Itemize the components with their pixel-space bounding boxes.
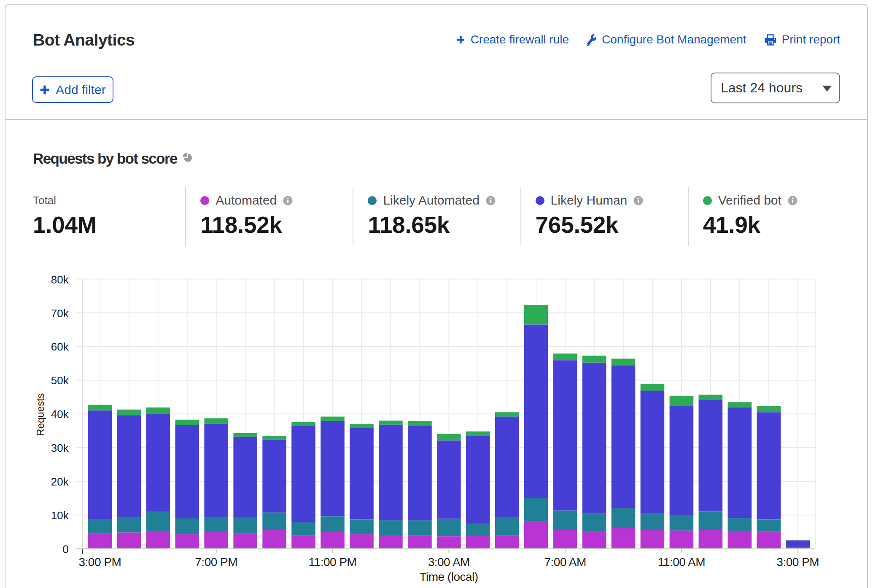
svg-text:80k: 80k <box>51 273 69 286</box>
svg-text:20k: 20k <box>51 475 69 488</box>
svg-text:0: 0 <box>62 543 68 556</box>
svg-text:Time (local): Time (local) <box>419 570 478 583</box>
svg-text:Requests: Requests <box>35 393 46 436</box>
svg-text:11:00 PM: 11:00 PM <box>309 556 357 569</box>
svg-text:60k: 60k <box>51 340 69 353</box>
svg-text:30k: 30k <box>51 442 69 454</box>
svg-text:3:00 AM: 3:00 AM <box>428 556 470 569</box>
svg-text:7:00 AM: 7:00 AM <box>544 556 586 569</box>
svg-text:70k: 70k <box>51 307 69 320</box>
svg-text:7:00 PM: 7:00 PM <box>195 556 237 569</box>
svg-text:40k: 40k <box>51 408 69 421</box>
svg-text:10k: 10k <box>51 509 69 522</box>
svg-text:3:00 PM: 3:00 PM <box>776 556 819 569</box>
svg-text:3:00 PM: 3:00 PM <box>79 556 121 569</box>
svg-text:11:00 AM: 11:00 AM <box>658 556 705 569</box>
svg-text:50k: 50k <box>51 374 69 387</box>
